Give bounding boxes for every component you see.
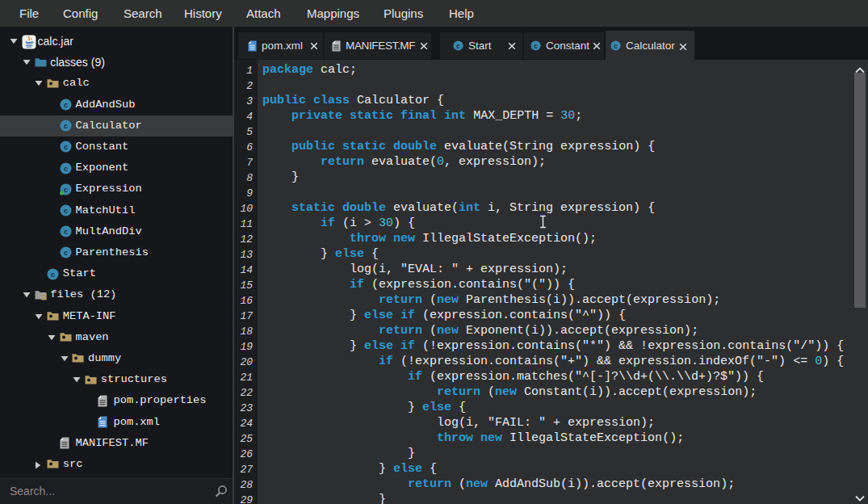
svg-text:c: c [456, 43, 460, 50]
svg-text:c: c [63, 122, 68, 131]
svg-text:c: c [63, 143, 68, 152]
svg-text:c: c [63, 101, 68, 110]
svg-text:c: c [63, 249, 68, 258]
svg-text:c: c [534, 43, 538, 50]
svg-text:c: c [51, 271, 56, 279]
svg-text:c: c [63, 228, 68, 237]
svg-text:c: c [63, 207, 68, 216]
svg-text:c: c [63, 165, 68, 174]
svg-text:c: c [63, 186, 68, 195]
svg-text:c: c [614, 43, 618, 50]
